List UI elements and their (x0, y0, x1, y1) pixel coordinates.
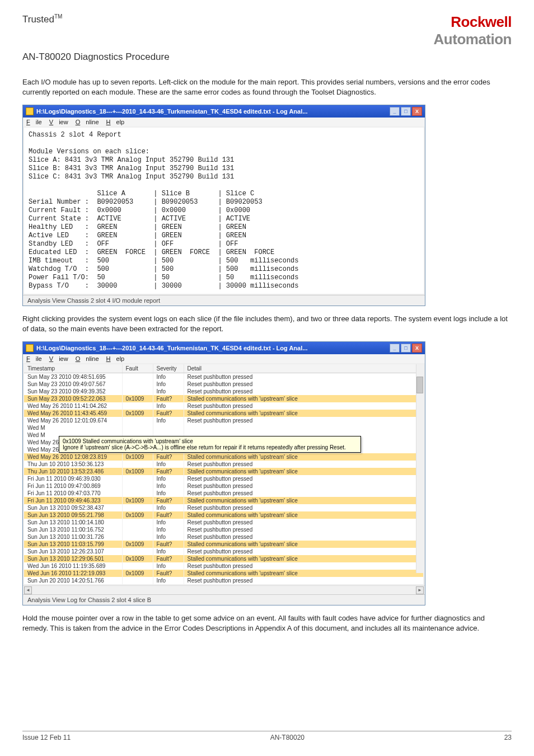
table-row[interactable]: Thu Jun 10 2010 13:53:23.4860x1009Fault?… (24, 468, 424, 475)
event-log-table: Timestamp Fault Severity Detail Sun May … (24, 364, 424, 584)
table-row[interactable]: Sun Jun 13 2010 11:00:14.180InfoReset pu… (24, 519, 424, 526)
titlebar[interactable]: H:\Logs\Diagnostics_18---+---2010_14-43-… (23, 342, 425, 354)
table-row[interactable]: Sun Jun 13 2010 12:26:23.107InfoReset pu… (24, 548, 424, 555)
table-row[interactable]: Sun Jun 13 2010 11:00:16.752InfoReset pu… (24, 526, 424, 533)
menubar: File View Online Help (23, 118, 425, 126)
table-row[interactable]: Wed May 26 2010 11:43:45.4590x1009Fault?… (24, 410, 424, 417)
col-severity[interactable]: Severity (153, 364, 184, 373)
titlebar[interactable]: H:\Logs\Diagnostics_18---+---2010_14-43-… (23, 105, 425, 118)
table-row[interactable]: Wed May 26 2010 12:08:23.8190x1009Fault?… (24, 453, 424, 461)
scroll-left-icon[interactable]: ◄ (24, 586, 32, 594)
close-button[interactable]: X (412, 107, 422, 116)
table-row[interactable]: Wed May 26 2010 11:41:04.262InfoReset pu… (24, 402, 424, 410)
trademark: TrustedTM (22, 13, 62, 25)
app-icon (26, 107, 34, 115)
intro-paragraph-2: Right clicking provides the system event… (22, 314, 512, 334)
table-row[interactable]: Sun May 23 2010 09:52:22.0630x1009Fault?… (24, 395, 424, 402)
minimize-button[interactable]: _ (390, 344, 400, 353)
menubar: File View Online Help (23, 354, 425, 363)
statusbar: Analysis View Log for Chassis 2 slot 4 s… (23, 594, 425, 605)
window-title: H:\Logs\Diagnostics_18---+---2010_14-43-… (36, 345, 307, 351)
menu-view[interactable]: View (49, 119, 68, 125)
rockwell-logo: Rockwell Automation (434, 13, 512, 48)
table-row[interactable]: Thu Jun 10 2010 13:50:36.123InfoReset pu… (24, 461, 424, 468)
table-row[interactable]: Wed Jun 16 2010 11:19:35.689InfoReset pu… (24, 562, 424, 570)
menu-file[interactable]: File (26, 355, 42, 362)
table-row[interactable]: Wed Jun 16 2010 11:22:19.0930x1009Fault?… (24, 570, 424, 577)
maximize-button[interactable]: □ (401, 344, 411, 353)
menu-view[interactable]: View (49, 355, 68, 362)
minimize-button[interactable]: _ (390, 107, 400, 116)
table-row[interactable]: Sun Jun 13 2010 11:00:31.726InfoReset pu… (24, 533, 424, 541)
menu-file[interactable]: File (26, 119, 42, 125)
table-row[interactable]: Fri Jun 11 2010 09:46:39.030InfoReset pu… (24, 475, 424, 482)
table-row[interactable]: Sun Jun 13 2010 11:03:15.7990x1009Fault?… (24, 541, 424, 548)
row-tooltip: 0x1009 Stalled communications with 'upst… (59, 436, 361, 453)
col-fault[interactable]: Fault (122, 364, 153, 373)
maximize-button[interactable]: □ (401, 107, 411, 116)
table-row[interactable]: Sun Jun 13 2010 09:55:21.7980x1009Fault?… (24, 511, 424, 519)
menu-help[interactable]: Help (106, 355, 125, 362)
close-button[interactable]: X (412, 344, 422, 353)
table-row[interactable]: Sun Jun 13 2010 09:52:38.437InfoReset pu… (24, 504, 424, 511)
page-title: AN-T80020 Diagnostics Procedure (22, 51, 512, 63)
app-icon (26, 344, 34, 352)
table-row[interactable]: Fri Jun 11 2010 09:47:03.770InfoReset pu… (24, 490, 424, 497)
menu-online[interactable]: Online (76, 355, 99, 362)
menu-help[interactable]: Help (106, 119, 125, 125)
table-row[interactable]: Wed M (24, 424, 424, 431)
intro-paragraph-1: Each I/O module has up to seven reports.… (22, 77, 512, 97)
table-row[interactable]: Sun May 23 2010 09:48:51.695InfoReset pu… (24, 373, 424, 381)
event-log-window: H:\Logs\Diagnostics_18---+---2010_14-43-… (22, 341, 425, 605)
module-report-window: H:\Logs\Diagnostics_18---+---2010_14-43-… (22, 105, 425, 306)
table-row[interactable]: Wed May 26 2010 12:01:09.674InfoReset pu… (24, 417, 424, 424)
horizontal-scrollbar[interactable]: ◄ ► (23, 585, 425, 594)
statusbar: Analysis View Chassis 2 slot 4 I/O modul… (23, 295, 425, 306)
scroll-right-icon[interactable]: ► (416, 586, 424, 594)
table-row[interactable]: Sun May 23 2010 09:49:39.352InfoReset pu… (24, 388, 424, 395)
table-row[interactable]: Sun May 23 2010 09:49:07.567InfoReset pu… (24, 381, 424, 388)
vertical-scrollbar[interactable] (416, 364, 424, 573)
col-timestamp[interactable]: Timestamp (24, 364, 122, 373)
menu-online[interactable]: Online (76, 119, 99, 125)
table-row[interactable]: Sun Jun 13 2010 12:29:06.5010x1009Fault?… (24, 555, 424, 562)
table-row[interactable]: Fri Jun 11 2010 09:47:00.869InfoReset pu… (24, 482, 424, 490)
table-row[interactable]: Fri Jun 11 2010 09:49:46.3230x1009Fault?… (24, 497, 424, 504)
intro-paragraph-3: Hold the mouse pointer over a row in the… (22, 613, 512, 633)
module-report-content: Chassis 2 slot 4 Report Module Versions … (29, 131, 419, 290)
col-detail[interactable]: Detail (184, 364, 424, 373)
window-title: H:\Logs\Diagnostics_18---+---2010_14-43-… (36, 108, 307, 115)
table-row[interactable]: Sun Jun 20 2010 14:20:51.766InfoReset pu… (24, 577, 424, 584)
